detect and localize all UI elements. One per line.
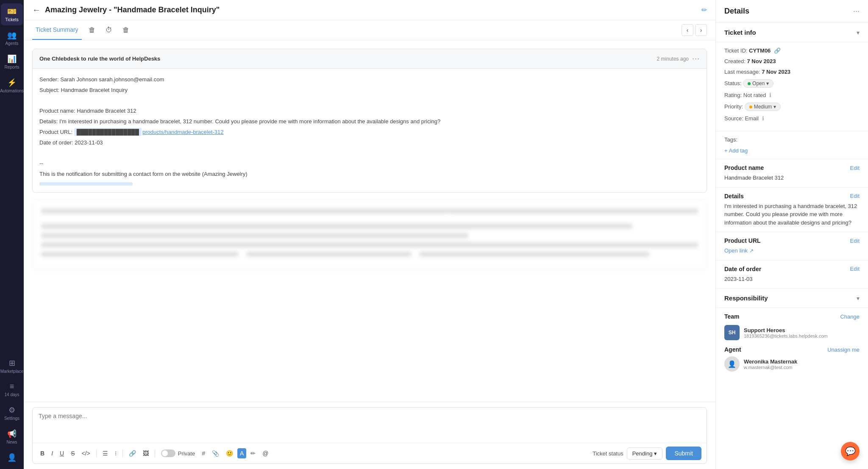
- footer-redacted: [39, 182, 133, 186]
- status-field-label: Status:: [724, 80, 741, 86]
- message-input[interactable]: [33, 408, 707, 441]
- product-url-link[interactable]: products/handmade-bracelet-312: [142, 129, 224, 135]
- nav-prev-button[interactable]: ‹: [682, 24, 693, 36]
- code-button[interactable]: </>: [79, 448, 92, 458]
- tickets-icon: 🎫: [7, 7, 17, 16]
- open-link-button[interactable]: Open link ↗: [724, 247, 860, 255]
- nav-next-button[interactable]: ›: [695, 24, 707, 36]
- message-date: Date of order: 2023-11-03: [39, 139, 700, 147]
- sidebar-item-agents[interactable]: 👥 Agents: [1, 27, 23, 49]
- sidebar-item-automations[interactable]: ⚡ Automations: [1, 75, 23, 97]
- ticket-id-value: CYTM06: [749, 47, 771, 54]
- italic-button[interactable]: I: [49, 448, 56, 458]
- private-toggle-button[interactable]: Private: [159, 448, 198, 459]
- emoji-button[interactable]: 🙂: [223, 448, 236, 458]
- edit-title-icon[interactable]: ✏: [701, 6, 707, 14]
- message-separator: --: [39, 159, 700, 168]
- unassign-button[interactable]: Unassign me: [827, 347, 860, 353]
- pen-button[interactable]: ✏: [248, 448, 258, 458]
- copy-link-icon[interactable]: 🔗: [774, 47, 781, 54]
- sidebar-item-tickets[interactable]: 🎫 Tickets: [1, 3, 23, 25]
- agent-card: 👤 Weronika Masternak w.masternak@test.co…: [724, 356, 860, 372]
- ticket-info-title: Ticket info: [724, 29, 756, 36]
- message-sender: One Chlebdesk to rule the world of HelpD…: [39, 56, 160, 62]
- ticket-info-chevron: ▾: [857, 29, 860, 36]
- trash-icon-1[interactable]: 🗑: [85, 22, 99, 38]
- product-url-section: Product URL Edit Open link ↗: [716, 232, 868, 261]
- tab-label: Ticket Summary: [36, 26, 78, 33]
- details-field-header: Details Edit: [724, 193, 860, 200]
- team-info: Support Heroes 1819365236@tickets.labs.h…: [744, 327, 828, 339]
- ticket-tabs: Ticket Summary 🗑 ⏱ 🗑 ‹ ›: [24, 20, 715, 40]
- mention-button[interactable]: @: [260, 448, 271, 458]
- bold-button[interactable]: B: [38, 448, 47, 458]
- url-redacted: ████████████████: [74, 128, 142, 136]
- message-sender-line: Sender: Sarah Johnson sarah.johnson@emai…: [39, 75, 700, 84]
- unordered-list-button[interactable]: ⁝: [112, 448, 119, 458]
- clock-icon[interactable]: ⏱: [102, 22, 116, 38]
- private-switch[interactable]: [161, 450, 175, 457]
- chevron-down-icon: ▾: [654, 450, 657, 457]
- product-name-section: Product name Edit Handmade Bracelet 312: [716, 159, 868, 188]
- priority-chevron: ▾: [773, 104, 776, 110]
- image-button[interactable]: 🖼: [140, 448, 151, 458]
- agent-info: Weronika Masternak w.masternak@test.com: [744, 358, 797, 370]
- responsibility-section-header[interactable]: Responsibility ▾: [716, 289, 868, 308]
- chat-bubble-button[interactable]: 💬: [841, 442, 860, 461]
- ticket-status-dropdown[interactable]: Pending ▾: [627, 447, 663, 460]
- private-toggle: Private: [161, 450, 195, 457]
- status-chevron: ▾: [766, 80, 769, 86]
- external-link-icon: ↗: [749, 247, 754, 255]
- product-name-label: Product name: [724, 164, 764, 171]
- rating-row: Rating: Not rated ℹ: [724, 92, 860, 98]
- add-tag-button[interactable]: + Add tag: [724, 147, 748, 154]
- 14days-icon: ≡: [10, 382, 14, 391]
- product-url-edit-button[interactable]: Edit: [850, 238, 860, 244]
- sidebar-item-14days[interactable]: ≡ 14 days: [1, 379, 23, 400]
- priority-badge[interactable]: Medium ▾: [745, 103, 781, 111]
- details-panel: Details ··· Ticket info ▾ Ticket ID: CYT…: [715, 0, 868, 469]
- details-field-edit-button[interactable]: Edit: [850, 193, 860, 199]
- strikethrough-button[interactable]: S: [68, 448, 77, 458]
- team-name: Support Heroes: [744, 327, 828, 333]
- product-name-edit-button[interactable]: Edit: [850, 165, 860, 171]
- status-area: Ticket status Pending ▾ Submit: [593, 447, 701, 460]
- details-more-button[interactable]: ···: [853, 7, 860, 16]
- ticket-info-section-header[interactable]: Ticket info ▾: [716, 23, 868, 42]
- message-header: One Chlebdesk to rule the world of HelpD…: [33, 49, 707, 69]
- tab-ticket-summary[interactable]: Ticket Summary: [32, 20, 82, 40]
- created-label: Created:: [724, 58, 746, 64]
- settings-icon: ⚙: [8, 405, 15, 415]
- trash-icon-2[interactable]: 🗑: [119, 22, 133, 38]
- hashtag-button[interactable]: #: [199, 448, 208, 458]
- link-button[interactable]: 🔗: [126, 448, 139, 458]
- team-header: Team Change: [724, 313, 860, 320]
- agent-email: w.masternak@test.com: [744, 365, 797, 370]
- attachment-button[interactable]: 📎: [209, 448, 222, 458]
- status-badge[interactable]: Open ▾: [743, 79, 773, 88]
- sidebar-item-marketplace[interactable]: ⊞ Marketplace: [1, 355, 23, 377]
- ticket-id-label: Ticket ID:: [724, 47, 747, 54]
- reply-area: B I U S </> ☰ ⁝ 🔗 🖼 Private #: [24, 402, 715, 469]
- priority-row: Priority: Medium ▾: [724, 103, 860, 111]
- sidebar-item-settings[interactable]: ⚙ Settings: [1, 402, 23, 424]
- agents-icon: 👥: [7, 31, 17, 40]
- ordered-list-button[interactable]: ☰: [100, 448, 111, 458]
- message-options-button[interactable]: ···: [692, 54, 700, 63]
- user-avatar[interactable]: 👤: [1, 450, 23, 466]
- team-change-button[interactable]: Change: [840, 314, 860, 320]
- sidebar-item-news[interactable]: 📢 News: [1, 426, 23, 448]
- date-of-order-header: Date of order Edit: [724, 266, 860, 272]
- format-button[interactable]: A: [237, 448, 246, 458]
- message-subject-line: Subject: Handmade Bracelet Inquiry: [39, 86, 700, 95]
- date-of-order-edit-button[interactable]: Edit: [850, 266, 860, 272]
- reply-toolbar: B I U S </> ☰ ⁝ 🔗 🖼 Private #: [33, 443, 707, 463]
- back-button[interactable]: ←: [32, 5, 41, 15]
- message-product-name: Product name: Handmade Bracelet 312: [39, 107, 700, 116]
- submit-button[interactable]: Submit: [666, 447, 701, 460]
- sidebar-item-reports[interactable]: 📊 Reports: [1, 51, 23, 73]
- underline-button[interactable]: U: [57, 448, 67, 458]
- conversation-area: One Chlebdesk to rule the world of HelpD…: [24, 40, 715, 402]
- marketplace-icon: ⊞: [9, 358, 15, 368]
- sidebar-item-label: Reports: [4, 65, 19, 69]
